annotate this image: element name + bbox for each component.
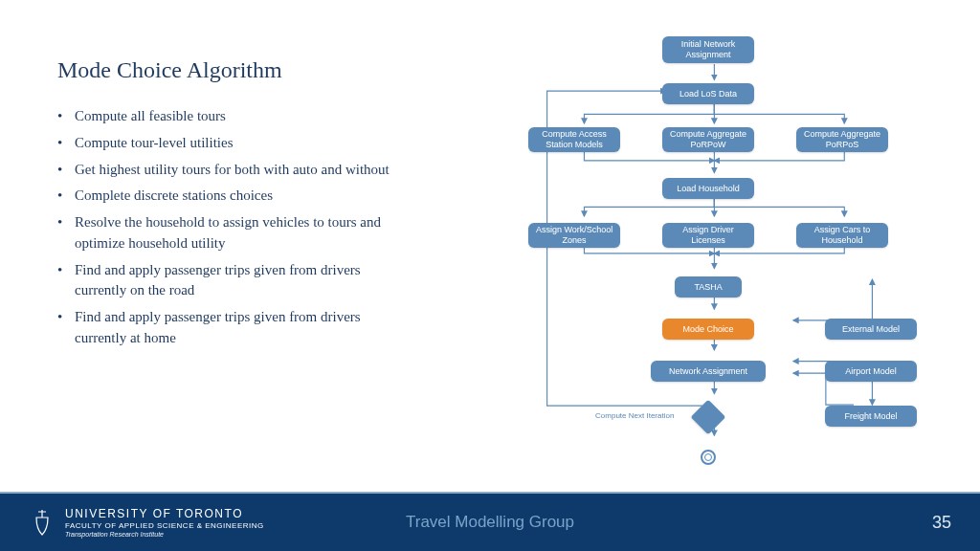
decision-diamond: [691, 400, 726, 435]
node-freight: Freight Model: [825, 406, 917, 427]
footer-bar: UNIVERSITY OF TORONTO FACULTY OF APPLIED…: [0, 494, 980, 551]
bullet-item: Get highest utility tours for both with …: [57, 160, 392, 181]
crest-icon: [29, 505, 56, 540]
bullet-item: Find and apply passenger trips given fro…: [57, 260, 392, 302]
node-porpos: Compute Aggregate PoRPoS: [796, 127, 888, 152]
university-logo-block: UNIVERSITY OF TORONTO FACULTY OF APPLIED…: [29, 505, 264, 540]
node-modechoice: Mode Choice: [662, 319, 754, 340]
iter-label: Compute Next Iteration: [595, 411, 674, 420]
org-line3: Transportation Research Institute: [65, 531, 264, 538]
node-initial: Initial Network Assignment: [662, 36, 754, 63]
slide-title: Mode Choice Algorithm: [57, 57, 392, 83]
bullet-item: Find and apply passenger trips given fro…: [57, 307, 392, 349]
node-workzones: Assign Work/School Zones: [528, 223, 620, 248]
node-access: Compute Access Station Models: [528, 127, 620, 152]
bullet-item: Resolve the household to assign vehicles…: [57, 212, 392, 254]
bullet-item: Compute all feasible tours: [57, 106, 392, 127]
bullet-item: Complete discrete stations choices: [57, 186, 392, 207]
node-loadhh: Load Household: [662, 178, 754, 199]
node-porpow: Compute Aggregate PoRPoW: [662, 127, 754, 152]
node-airport: Airport Model: [825, 361, 917, 382]
university-text: UNIVERSITY OF TORONTO FACULTY OF APPLIED…: [65, 507, 264, 538]
flowchart-area: Initial Network Assignment Load LoS Data…: [412, 0, 980, 474]
group-name: Travel Modelling Group: [406, 513, 574, 532]
node-netassign: Network Assignment: [651, 361, 766, 382]
org-line2: FACULTY OF APPLIED SCIENCE & ENGINEERING: [65, 521, 264, 530]
bullet-list: Compute all feasible tours Compute tour-…: [57, 106, 392, 349]
node-tasha: TASHA: [675, 276, 742, 298]
page-number: 35: [932, 513, 951, 533]
node-loadlos: Load LoS Data: [662, 83, 754, 104]
flowchart: Initial Network Assignment Load LoS Data…: [412, 29, 980, 474]
footer: UNIVERSITY OF TORONTO FACULTY OF APPLIED…: [0, 474, 980, 551]
end-node: [701, 450, 716, 465]
content-area: Mode Choice Algorithm Compute all feasib…: [0, 0, 980, 474]
slide: Mode Choice Algorithm Compute all feasib…: [0, 0, 980, 551]
node-external: External Model: [825, 319, 917, 340]
left-column: Mode Choice Algorithm Compute all feasib…: [0, 0, 412, 474]
node-assigncars: Assign Cars to Household: [796, 223, 888, 248]
bullet-item: Compute tour-level utilities: [57, 133, 392, 154]
node-drivlic: Assign Driver Licenses: [662, 223, 754, 248]
org-line1: UNIVERSITY OF TORONTO: [65, 507, 264, 520]
